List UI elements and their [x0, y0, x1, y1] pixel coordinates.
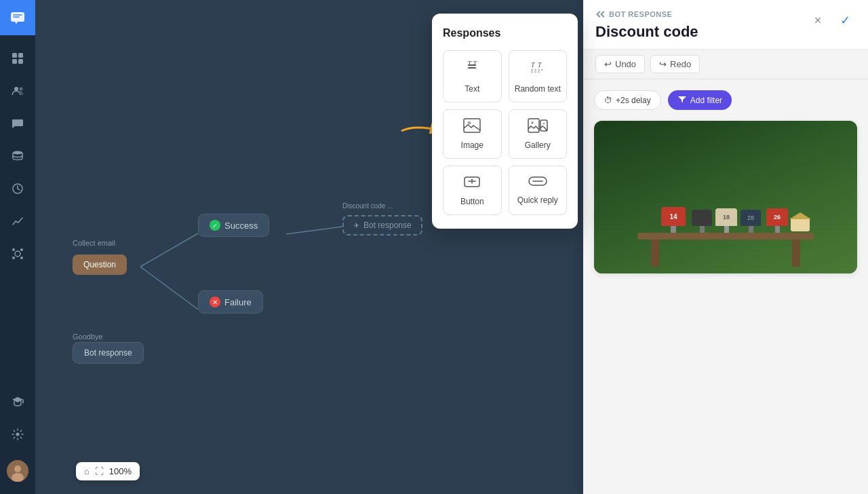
responses-title: Responses: [443, 27, 567, 39]
gallery-icon: [528, 118, 548, 136]
bot-response-header: BOT RESPONSE Discount code × ✓: [583, 0, 868, 50]
quick-reply-label: Quick reply: [517, 195, 558, 205]
svg-point-14: [16, 433, 20, 436]
svg-rect-1: [12, 53, 17, 58]
avatar[interactable]: [0, 455, 35, 487]
success-node[interactable]: ✓ Success: [198, 214, 269, 237]
svg-line-19: [140, 267, 198, 309]
sidebar-item-database[interactable]: [0, 140, 35, 172]
svg-point-32: [531, 121, 534, 124]
undo-button[interactable]: ↩ Undo: [595, 55, 645, 73]
svg-rect-4: [18, 59, 23, 64]
clock-icon: ⏱: [604, 96, 612, 105]
svg-point-9: [15, 251, 20, 256]
sidebar-item-chat[interactable]: [0, 107, 35, 140]
sidebar-item-settings[interactable]: [0, 418, 35, 451]
bot-response-label: Bot response: [363, 221, 412, 230]
svg-point-34: [542, 123, 545, 125]
response-random-text[interactable]: T T Random text: [509, 50, 568, 102]
image-card[interactable]: 14 18: [594, 121, 857, 273]
question-node[interactable]: Question: [73, 254, 127, 275]
bot-response-panel: BOT RESPONSE Discount code × ✓ ↩ Undo ↪ …: [583, 0, 868, 494]
response-gallery[interactable]: Gallery: [509, 109, 568, 159]
bot-response-header-left: BOT RESPONSE Discount code: [595, 10, 698, 41]
sidebar-logo[interactable]: [0, 0, 35, 35]
response-text[interactable]: T T Text: [443, 50, 502, 102]
zoom-bar: ⌂ ⛶ 100%: [76, 462, 140, 480]
header-actions: × ✓: [807, 10, 856, 31]
svg-point-6: [20, 88, 23, 91]
svg-point-16: [14, 466, 21, 472]
check-circle-icon: ✓: [210, 220, 220, 231]
response-quick-reply[interactable]: Quick reply: [509, 166, 568, 215]
bot-response-type-label: BOT RESPONSE: [595, 10, 698, 19]
svg-point-10: [12, 248, 15, 251]
main-area: Collect email Goodbye Discount code ... …: [35, 0, 868, 494]
svg-text:T: T: [531, 61, 536, 69]
send-icon: ✈: [353, 221, 359, 230]
svg-line-20: [286, 227, 342, 234]
svg-point-11: [20, 248, 23, 251]
sidebar-item-analytics[interactable]: [0, 205, 35, 238]
goodbye-label: Goodbye: [73, 332, 103, 341]
bot-response-node[interactable]: ✈ Bot response: [342, 215, 422, 235]
failure-node[interactable]: ✕ Failure: [198, 290, 263, 314]
svg-point-7: [13, 151, 22, 155]
editor-toolbar: ↩ Undo ↪ Redo: [583, 50, 868, 79]
image-preview: 14 18: [594, 121, 857, 273]
home-icon[interactable]: ⌂: [84, 466, 90, 476]
gallery-label: Gallery: [525, 140, 551, 150]
svg-point-5: [14, 87, 18, 91]
editor-body: ⏱ +2s delay Add filter: [583, 79, 868, 494]
svg-text:T: T: [467, 59, 472, 67]
undo-icon: ↩: [604, 59, 612, 69]
question-label: Question: [83, 260, 116, 269]
flow-canvas[interactable]: Collect email Goodbye Discount code ... …: [35, 0, 868, 494]
filter-button[interactable]: Add filter: [668, 90, 732, 110]
sidebar-item-users[interactable]: [0, 75, 35, 107]
goodbye-bot-node[interactable]: Bot response: [73, 342, 144, 364]
fullscreen-icon[interactable]: ⛶: [95, 466, 104, 476]
delay-button[interactable]: ⏱ +2s delay: [594, 90, 661, 110]
action-bar: ⏱ +2s delay Add filter: [594, 90, 857, 110]
close-button[interactable]: ×: [807, 10, 829, 31]
responses-grid: T T Text T T: [443, 50, 567, 215]
responses-panel: Responses T T Text: [432, 14, 578, 229]
svg-point-30: [468, 121, 471, 125]
failure-label: Failure: [224, 297, 252, 307]
sidebar-item-dashboard[interactable]: [0, 42, 35, 75]
response-button[interactable]: Button: [443, 166, 502, 215]
user-avatar: [7, 460, 28, 482]
x-circle-icon: ✕: [210, 297, 220, 307]
response-image[interactable]: Image: [443, 109, 502, 159]
svg-rect-3: [12, 59, 17, 64]
image-label: Image: [461, 140, 484, 150]
random-text-icon: T T: [529, 59, 547, 80]
svg-point-13: [20, 256, 23, 259]
svg-rect-29: [464, 119, 480, 132]
filter-icon: [677, 94, 687, 106]
svg-point-12: [12, 256, 15, 259]
sidebar-item-history[interactable]: [0, 172, 35, 205]
svg-text:T: T: [538, 61, 542, 69]
svg-rect-2: [18, 53, 23, 58]
text-icon: T T: [463, 59, 481, 80]
svg-rect-31: [528, 119, 539, 132]
sidebar-item-flow[interactable]: [0, 238, 35, 270]
collect-email-label: Collect email: [73, 239, 115, 247]
redo-button[interactable]: ↪ Redo: [650, 55, 700, 73]
svg-line-18: [140, 233, 198, 267]
redo-icon: ↪: [659, 59, 667, 69]
svg-text:T: T: [473, 59, 477, 67]
zoom-level: 100%: [109, 466, 132, 476]
goodbye-bot-label: Bot response: [84, 348, 132, 358]
sidebar-bottom: [0, 385, 35, 494]
discount-label: Discount code ...: [342, 202, 393, 210]
image-icon: [463, 118, 481, 136]
text-label: Text: [465, 84, 479, 94]
button-icon: [463, 174, 481, 193]
success-label: Success: [224, 221, 258, 231]
sidebar-item-academy[interactable]: [0, 385, 35, 418]
button-label: Button: [460, 197, 484, 206]
confirm-button[interactable]: ✓: [834, 10, 856, 31]
